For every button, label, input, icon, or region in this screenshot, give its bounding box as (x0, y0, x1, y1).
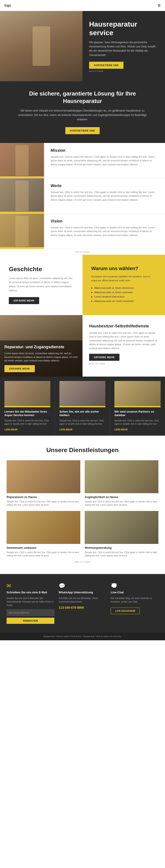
mission-text: Sample text. Click to select the text bo… (51, 155, 158, 167)
intro-description: Wir bieten eine Vielzahl von einkommensa… (13, 108, 152, 122)
email-input[interactable] (7, 609, 54, 616)
mission-content: Mission Sample text. Click to select the… (44, 143, 165, 178)
warum-item-4: Maecenas aulis vel, lorem commodo (91, 299, 156, 303)
cards-section: Lernen Sie die Mitarbeiter Ihres Super S… (0, 377, 165, 436)
geschichte-warum-section: Geschichte Lorem ipsum dolor sit amet, c… (0, 255, 165, 315)
email-submit-button[interactable]: EINREICHEN (7, 618, 54, 624)
whatsapp-icon: 💬 (59, 583, 107, 589)
card-link-1[interactable]: LERN MEHR (4, 428, 18, 431)
warum-title: Warum uns wählen? (91, 266, 156, 271)
footer-whatsapp-description: Schreiben Sie uns auf WhatsApp. Unser Co… (59, 597, 107, 603)
reparatur-text: Lorem ipsum dolor sit amet, consectetur … (4, 351, 78, 363)
card-item-2: Sehen Sie, wie wir alle sicher bleiben S… (55, 377, 110, 436)
dienst-title-4: Wohnungsberatung (85, 546, 158, 549)
menu-icon[interactable]: ≡ (158, 3, 161, 8)
card-link-3[interactable]: LERN MEHR (114, 428, 128, 431)
intro-section: Die sichere, garantierte Lösung für Ihre… (0, 81, 165, 143)
dienst-title-1: Reparaturen zu Hause (7, 495, 80, 499)
hero-title: Hausreparatur service (89, 20, 158, 37)
hausbesitzer-title: Hausbesitzer-Selbsthilfedienste (89, 324, 158, 329)
footer-whatsapp-col: 💬 WhatsApp Unterstützung Schreiben Sie u… (59, 583, 107, 624)
card-title-2: Sehen Sie, wie wir alle sicher bleiben (59, 410, 105, 417)
card-image-1 (4, 381, 50, 407)
footer-chat-title: Live-Chat (111, 591, 158, 594)
dienst-credit: Bilder von Freepik (7, 561, 158, 563)
dienst-text-3: Sample text. Click to select the text bo… (7, 551, 80, 557)
card-image-3 (114, 381, 161, 407)
card-title-3: Wir sind unseren Partners so dankbar (114, 410, 161, 417)
werte-item: Werte Sample text. Click to select the t… (0, 178, 165, 214)
dienstleistungen-section: Unsere Dienstleistungen Reparaturen zu H… (0, 436, 165, 574)
mission-title: Mission (51, 148, 158, 153)
mvv-credit: Bild von Freepik (0, 249, 165, 255)
hero-section: Hausreparatur service Wir glauben, dass … (0, 11, 165, 81)
vision-text: Sample text. Click to select the text bo… (51, 226, 158, 237)
dienst-item-2: Zugänglichkeit zu Hause Sample text. Cli… (85, 460, 158, 506)
werte-title: Werte (51, 184, 158, 188)
hero-credit: Bild von Freepik (89, 70, 158, 72)
hausbesitzer-text: Sample text. Click to select the text bo… (89, 331, 158, 350)
geschichte-content: Geschichte Lorem ipsum dolor sit amet, c… (0, 255, 82, 315)
intro-title: Die sichere, garantierte Lösung für Ihre… (13, 90, 152, 105)
warum-intro: Excepteur sint occaecat cupidatat non pr… (91, 275, 156, 283)
vision-image (0, 214, 44, 249)
reparatur-image: Reparatur- und Zugangsdienste Lorem ipsu… (0, 315, 82, 377)
card-link-2[interactable]: LERN MEHR (59, 428, 73, 431)
footer-email-description: Senden Sie uns eine E-Mail über das unte… (7, 597, 54, 607)
hausbesitzer-content: Hausbesitzer-Selbsthilfedienste Sample t… (82, 315, 165, 377)
card-text-2: Sample text. Click to select the text bo… (59, 419, 105, 426)
dienst-text-1: Sample text. Click to select the text bo… (7, 500, 80, 506)
dienst-item-3: Gemeinsam umbauen Sample text. Click to … (7, 511, 80, 557)
navbar: logo ≡ (0, 0, 165, 11)
geschichte-button[interactable]: ERFAHRE MEHR (9, 297, 39, 304)
reparatur-title: Reparatur- und Zugangsdienste (4, 345, 78, 349)
mission-image (0, 143, 44, 178)
mvv-section: Mission Sample text. Click to select the… (0, 143, 165, 255)
vision-title: Vision (51, 219, 158, 223)
reparatur-overlay: Reparatur- und Zugangsdienste Lorem ipsu… (0, 340, 82, 377)
hausbesitzer-credit: Bilder von Freepik (89, 363, 158, 365)
reparatur-button[interactable]: ERFAHRE MEHR (4, 365, 35, 372)
intro-cta-button[interactable]: KONTAKTIERE UNS (65, 127, 100, 134)
dienst-image-3 (7, 511, 80, 544)
footer-whatsapp-title: WhatsApp Unterstützung (59, 591, 107, 594)
footer-bottom: Sample text. Click to select the text bo… (0, 632, 165, 640)
dienst-image-1 (7, 460, 80, 493)
werte-content: Werte Sample text. Click to select the t… (44, 178, 165, 213)
chat-button[interactable]: LIVE-DIAGRAMM (111, 608, 140, 614)
werte-image (0, 178, 44, 213)
hero-description: Wir glauben, dass Wohneigentum die persö… (89, 40, 158, 57)
geschichte-text: Lorem ipsum dolor sit amet, consectetur … (9, 276, 74, 293)
card-item-1: Lernen Sie die Mitarbeiter Ihres Super S… (0, 377, 55, 436)
mission-item: Mission Sample text. Click to select the… (0, 143, 165, 178)
footer-chat-description: Der schnellste Weg, um einen Vertreter z… (111, 597, 158, 603)
footer-email-title: Schreiben Sie uns eine E-Mail (7, 591, 54, 594)
dienst-item-1: Reparaturen zu Hause Sample text. Click … (7, 460, 80, 506)
footer-email-col: ✉ Schreiben Sie uns eine E-Mail Senden S… (7, 583, 54, 624)
warum-content: Warum uns wählen? Excepteur sint occaeca… (82, 255, 165, 315)
hero-content: Hausreparatur service Wir glauben, dass … (82, 11, 165, 81)
card-text-1: Sample text. Click to select the text bo… (4, 419, 50, 426)
footer-chat-col: 💭 Live-Chat Der schnellste Weg, um einen… (111, 583, 158, 624)
footer: ✉ Schreiben Sie uns eine E-Mail Senden S… (0, 574, 165, 632)
card-title-1: Lernen Sie die Mitarbeiter Ihres Super S… (4, 410, 50, 417)
services-section: Reparatur- und Zugangsdienste Lorem ipsu… (0, 315, 165, 377)
dienst-image-4 (85, 511, 158, 544)
footer-phone: 113-345-678-8900 (59, 606, 107, 609)
card-image-2 (59, 381, 105, 407)
email-icon: ✉ (7, 583, 54, 589)
dienst-text-4: Sample text. Click to select the text bo… (85, 551, 158, 557)
dienst-title-2: Zugänglichkeit zu Hause (85, 495, 158, 499)
warum-item-2: Maecenas aulis ut, lorem commodo (91, 290, 156, 294)
dienst-image-2 (85, 460, 158, 493)
dienstleistungen-title: Unsere Dienstleistungen (7, 446, 158, 454)
dienst-grid: Reparaturen zu Hause Sample text. Click … (7, 460, 158, 557)
hausbesitzer-button[interactable]: ERFAHRE MEHR (89, 354, 119, 361)
dienst-item-4: Wohnungsberatung Sample text. Click to s… (85, 511, 158, 557)
dienst-title-3: Gemeinsam umbauen (7, 546, 80, 549)
logo: logo (4, 3, 11, 7)
vision-item: Vision Sample text. Click to select the … (0, 214, 165, 249)
warum-item-3: Lorem hendrerit Elementum (91, 294, 156, 299)
vision-content: Vision Sample text. Click to select the … (44, 214, 165, 249)
hero-cta-button[interactable]: KONTAKTIERE UNS (89, 62, 123, 69)
